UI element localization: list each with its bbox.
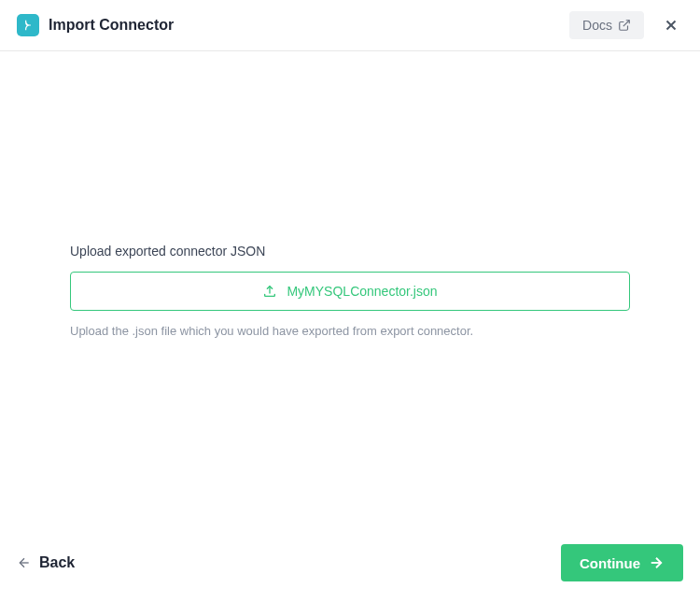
dialog-title: Import Connector bbox=[49, 17, 569, 34]
upload-help-text: Upload the .json file which you would ha… bbox=[70, 324, 630, 338]
svg-line-0 bbox=[623, 21, 629, 26]
arrow-left-icon bbox=[17, 555, 32, 570]
docs-button-label: Docs bbox=[582, 18, 612, 33]
dialog-footer: Back Continue bbox=[0, 529, 700, 602]
back-button-label: Back bbox=[39, 554, 75, 571]
continue-button[interactable]: Continue bbox=[561, 544, 683, 581]
close-icon bbox=[663, 17, 679, 34]
continue-button-label: Continue bbox=[580, 555, 640, 571]
arrow-right-icon bbox=[648, 554, 665, 571]
upload-field-label: Upload exported connector JSON bbox=[70, 244, 630, 259]
close-button[interactable] bbox=[659, 13, 683, 37]
dialog-content: Upload exported connector JSON MyMYSQLCo… bbox=[0, 51, 700, 529]
app-logo-icon bbox=[17, 14, 39, 36]
back-button[interactable]: Back bbox=[17, 554, 75, 571]
uploaded-filename: MyMYSQLConnector.json bbox=[287, 284, 437, 299]
upload-icon bbox=[262, 284, 277, 299]
external-link-icon bbox=[618, 19, 631, 32]
dialog-header: Import Connector Docs bbox=[0, 0, 700, 51]
upload-file-input[interactable]: MyMYSQLConnector.json bbox=[70, 272, 630, 311]
docs-button[interactable]: Docs bbox=[569, 11, 644, 39]
